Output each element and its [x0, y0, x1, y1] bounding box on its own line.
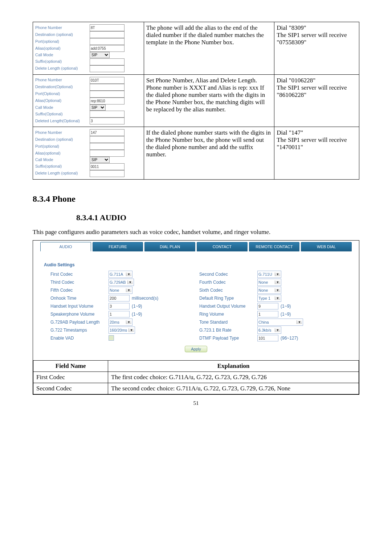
audio-settings-title: Audio Settings	[44, 262, 348, 267]
tab-contact[interactable]: CONTACT	[197, 242, 248, 251]
audio-select[interactable]: None▼	[109, 287, 132, 294]
form-label: Call Mode	[35, 52, 90, 58]
audio-label: Ring Volume	[199, 312, 257, 317]
audio-label: G.722 Timestamps	[50, 328, 109, 333]
audio-input[interactable]	[257, 303, 278, 309]
form-label: Port(Optional)	[35, 91, 90, 97]
audio-label: Tone Standard	[199, 320, 257, 325]
form-input[interactable]	[90, 65, 124, 72]
audio-input[interactable]	[257, 311, 278, 317]
audio-select[interactable]: Type 1▼	[257, 295, 281, 302]
audio-input[interactable]	[109, 295, 130, 301]
example-result: Dial "147"The SIP1 server will receive "…	[274, 127, 359, 180]
audio-hint: (1~9)	[281, 304, 291, 309]
example-description: Set Phone Number, Alias and Delete Lengt…	[144, 74, 274, 127]
form-input[interactable]	[90, 58, 124, 65]
form-label: Suffix(optional)	[35, 58, 90, 65]
form-label: Phone Number	[35, 25, 90, 31]
form-select[interactable]: SIP	[90, 52, 110, 58]
form-label: Call Mode	[35, 157, 90, 163]
exp-head-exp: Explanation	[108, 360, 359, 372]
audio-label: DTMF Payload Type	[199, 336, 257, 341]
form-input[interactable]	[90, 150, 124, 157]
audio-select[interactable]: G.729AB▼	[109, 279, 134, 286]
chevron-down-icon: ▼	[126, 288, 131, 292]
example-description: If the dialed phone number starts with t…	[144, 127, 274, 180]
form-label: Call Mode	[35, 104, 90, 111]
audio-input[interactable]	[257, 335, 278, 341]
audio-select[interactable]: G.711U▼	[257, 271, 281, 278]
audio-select[interactable]: G.711A▼	[109, 271, 132, 278]
form-label: Destination (optional)	[35, 136, 90, 143]
form-input[interactable]	[90, 118, 124, 124]
example-result: Dial "8309"The SIP1 server will receive …	[274, 22, 359, 75]
field-name-cell: Second Codec	[33, 383, 108, 394]
explanation-table: Field Name Explanation First CodecThe fi…	[33, 360, 359, 394]
example-description: The phone will add the alias to the end …	[144, 22, 274, 75]
audio-checkbox[interactable]	[109, 335, 114, 341]
page-number: 51	[33, 400, 359, 406]
form-label: Destination (optional)	[35, 32, 90, 38]
form-label: Phone Number	[35, 77, 90, 83]
form-input[interactable]	[90, 38, 124, 45]
tab-bar: AUDIOFEATUREDIAL PLANCONTACTREMOTE CONTA…	[33, 241, 359, 251]
form-input[interactable]	[90, 45, 124, 52]
tab-web-dial[interactable]: WEB DIAL	[301, 242, 352, 251]
audio-label: Handset Output Volume	[199, 304, 257, 309]
example-result: Dial "0106228"The SIP1 server will recei…	[274, 74, 359, 127]
audio-select[interactable]: 6.3kb/s▼	[257, 327, 281, 334]
form-select[interactable]: SIP	[90, 157, 110, 163]
audio-panel: AUDIOFEATUREDIAL PLANCONTACTREMOTE CONTA…	[33, 240, 359, 395]
audio-hint: (1~9)	[132, 312, 142, 317]
intro-text: This page configures audio parameters su…	[33, 228, 359, 237]
form-input[interactable]	[90, 31, 124, 38]
tab-remote-contact[interactable]: REMOTE CONTACT	[249, 242, 300, 251]
field-name-cell: First Codec	[33, 372, 108, 383]
audio-right-col: Second CodecG.711U▼Fourth CodecNone▼Sixt…	[199, 270, 348, 342]
form-label: Delete Length (optional)	[35, 170, 90, 177]
form-input[interactable]	[90, 84, 124, 91]
form-input[interactable]	[90, 111, 124, 118]
form-input[interactable]	[90, 129, 124, 136]
audio-input[interactable]	[109, 311, 130, 317]
form-input[interactable]	[90, 143, 124, 150]
form-input[interactable]	[90, 77, 124, 84]
form-label: Suffix(Optional)	[35, 111, 90, 118]
chevron-down-icon: ▼	[275, 296, 280, 300]
tab-dial-plan[interactable]: DIAL PLAN	[144, 242, 195, 251]
audio-select[interactable]: None▼	[257, 287, 281, 294]
audio-select[interactable]: None▼	[257, 279, 281, 286]
audio-label: Second Codec	[199, 272, 257, 277]
dial-example-table: Phone NumberDestination (optional)Port(o…	[33, 22, 359, 180]
audio-label: Fifth Codec	[50, 288, 109, 293]
chevron-down-icon: ▼	[126, 320, 131, 324]
form-label: Deleted Length(Optional)	[35, 118, 90, 124]
explanation-cell: The second codec choice: G.711A/u, G.722…	[108, 383, 359, 394]
form-label: Alias(optional)	[35, 150, 90, 157]
form-input[interactable]	[90, 163, 124, 170]
tab-feature[interactable]: FEATURE	[93, 242, 143, 251]
audio-label: Handset Input Volume	[50, 304, 109, 309]
form-input[interactable]	[90, 24, 124, 31]
form-input[interactable]	[90, 170, 124, 177]
audio-label: Enable VAD	[50, 336, 109, 341]
chevron-down-icon: ▼	[126, 272, 131, 276]
chevron-down-icon: ▼	[128, 328, 134, 332]
form-label: Alias(optional)	[35, 45, 90, 52]
form-input[interactable]	[90, 91, 124, 98]
form-input[interactable]	[90, 98, 124, 104]
audio-label: Onhook Time	[50, 296, 109, 301]
audio-select[interactable]: China▼	[257, 319, 303, 326]
apply-button[interactable]: Apply	[185, 346, 207, 352]
audio-select[interactable]: 160/20ms▼	[109, 327, 135, 334]
audio-select[interactable]: 20ms▼	[109, 319, 132, 326]
audio-input[interactable]	[109, 303, 130, 309]
form-label: Delete Length (optional)	[35, 65, 90, 72]
chevron-down-icon: ▼	[275, 328, 280, 332]
tab-audio[interactable]: AUDIO	[40, 242, 91, 251]
form-label: Port(optional)	[35, 143, 90, 150]
form-input[interactable]	[90, 136, 124, 143]
form-select[interactable]: SIP	[90, 104, 106, 111]
audio-hint: (1~9)	[281, 312, 291, 317]
exp-head-field: Field Name	[33, 360, 108, 372]
